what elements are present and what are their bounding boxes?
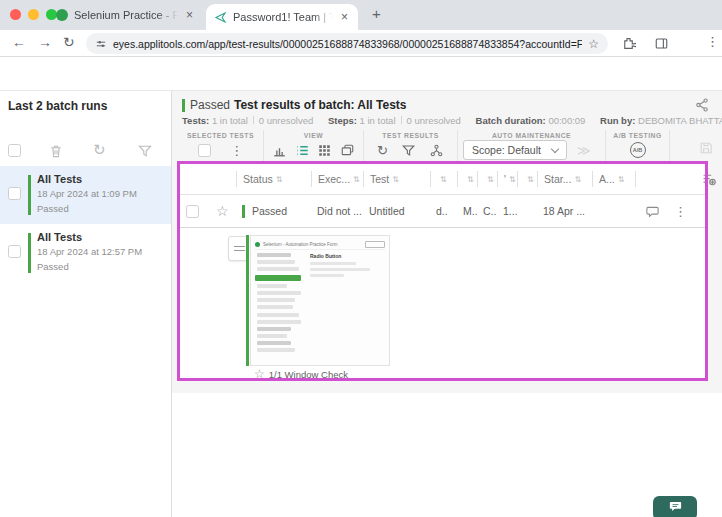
tab-selenium-practice[interactable]: Selenium Practice - Radio Bu ×	[56, 0, 204, 30]
refresh-results-icon[interactable]: ↻	[377, 143, 388, 158]
test-result-row[interactable]: ☆ Passed Did not ... Untitled d.. M.. C.…	[180, 195, 705, 228]
url-bar: ← → ↻ eyes.applitools.com/app/test-resul…	[0, 30, 722, 57]
sort-icon[interactable]: ⇅	[392, 175, 399, 184]
grid-view-icon[interactable]	[317, 143, 332, 158]
thumbnail-page-title: Selenium - Automation Practice Form	[263, 242, 362, 247]
column-header[interactable]: ⇅	[457, 171, 477, 187]
url-text: eyes.applitools.com/app/test-results/000…	[113, 38, 582, 50]
scope-dropdown[interactable]: Scope: Default	[463, 140, 567, 160]
forward-icon[interactable]: →	[38, 34, 52, 50]
comment-bubble-icon[interactable]	[645, 204, 660, 219]
list-view-icon[interactable]	[295, 143, 310, 158]
column-header-started[interactable]: Star...⇅	[537, 171, 592, 187]
batch-pass-bar	[182, 99, 185, 112]
toolbar-group-test-results: TEST RESULTS ↻	[364, 130, 458, 161]
main-content: Passed Test results of batch: All Tests …	[172, 91, 722, 393]
refresh-icon[interactable]: ↻	[93, 142, 106, 158]
chart-view-icon[interactable]	[272, 143, 287, 158]
delete-trash-icon[interactable]	[48, 143, 64, 159]
select-all-tests-checkbox[interactable]	[198, 144, 211, 157]
batch-list-item[interactable]: All Tests 18 Apr 2024 at 12:57 PM Passed	[0, 224, 171, 282]
row-checkbox[interactable]	[186, 205, 199, 218]
batch-checkbox[interactable]	[8, 245, 21, 258]
batch-overall-status: Passed	[190, 98, 230, 112]
column-header[interactable]: '⇅	[497, 171, 517, 187]
toolbar-group-ab-testing: A/B TESTING A/B	[606, 130, 670, 161]
thumbnail-selected-item	[255, 275, 301, 281]
chat-widget-button[interactable]	[653, 496, 697, 517]
stat-label: Run by:	[600, 115, 635, 126]
share-batch-icon[interactable]	[694, 97, 710, 113]
stat-value: DEBOMITA BHATTACHARJEE	[638, 115, 722, 126]
step-thumbnail[interactable]: Selenium - Automation Practice Form	[250, 235, 390, 366]
group-label: A/B TESTING	[606, 130, 669, 139]
stat-value: 1 in total	[212, 115, 248, 126]
selected-tests-menu-icon[interactable]: ⋮	[230, 143, 243, 158]
browser-menu-icon[interactable]: ⋮	[706, 34, 719, 49]
sort-icon[interactable]: ⇅	[527, 175, 534, 184]
side-panel-icon[interactable]	[654, 36, 669, 51]
batch-name: All Tests	[37, 231, 82, 243]
sort-icon[interactable]: ⇅	[467, 175, 474, 184]
column-header[interactable]: ⇅	[517, 171, 537, 187]
row-pass-bar	[242, 205, 245, 218]
column-header-execution[interactable]: Exec...⇅	[311, 171, 363, 187]
batch-name: All Tests	[37, 173, 82, 185]
column-header-status[interactable]: Status⇅	[236, 171, 311, 187]
sort-icon[interactable]: ⇅	[353, 175, 360, 184]
save-icon[interactable]	[698, 140, 714, 156]
batch-title: Test results of batch: All Tests	[234, 98, 406, 112]
row-cell: C..	[483, 205, 496, 217]
row-cell: 1...	[503, 205, 517, 217]
thumbnail-page-body: Radio Button	[255, 250, 385, 356]
sort-icon[interactable]: ⇅	[509, 175, 516, 184]
tab-bar: Selenium Practice - Radio Bu × Password1…	[0, 0, 722, 30]
thumbnail-site-logo	[255, 242, 260, 247]
sort-icon[interactable]: ⇅	[276, 175, 283, 184]
filter-results-icon[interactable]	[401, 143, 416, 158]
favorite-star-icon[interactable]: ☆	[216, 203, 229, 219]
bookmark-star-icon[interactable]: ☆	[588, 37, 599, 51]
sort-icon[interactable]: ⇅	[618, 175, 625, 184]
apply-maintenance-icon[interactable]: ≫	[577, 143, 591, 158]
new-tab-button[interactable]: +	[372, 5, 381, 22]
macos-minimize-button[interactable]	[28, 9, 39, 20]
tab-close-icon[interactable]: ×	[339, 10, 350, 24]
column-header-test[interactable]: Test⇅	[363, 171, 430, 187]
macos-close-button[interactable]	[10, 9, 21, 20]
group-label: TEST RESULTS	[364, 130, 457, 139]
reload-icon[interactable]: ↻	[63, 34, 75, 50]
sort-icon[interactable]: ⇅	[440, 175, 447, 184]
sort-icon[interactable]: ⇅	[487, 175, 494, 184]
filter-funnel-icon[interactable]	[137, 143, 153, 159]
site-settings-icon[interactable]	[95, 38, 107, 50]
step-caption: ☆ 1/1 Window Check	[254, 367, 348, 381]
stat-value: 00:00:09	[548, 115, 585, 126]
thumbnail-header-button	[365, 241, 385, 248]
column-header[interactable]: ⇅	[430, 171, 457, 187]
select-all-batches-checkbox[interactable]	[8, 144, 21, 157]
toolbar-group-view: VIEW	[264, 130, 364, 161]
cards-view-icon[interactable]	[340, 143, 355, 158]
column-settings-icon[interactable]	[701, 171, 718, 188]
tab-test-results[interactable]: Password1! Team | Test Resul ×	[206, 4, 358, 30]
batch-checkbox[interactable]	[8, 187, 21, 200]
extensions-puzzle-icon[interactable]	[621, 36, 636, 51]
results-table: Status⇅ Exec...⇅ Test⇅ ⇅ ⇅ ⇅ '⇅ ⇅ Star..…	[180, 164, 705, 379]
thumbnail-sidebar	[255, 253, 305, 356]
ab-testing-icon[interactable]: A/B	[630, 142, 646, 158]
column-header[interactable]: ⇅	[477, 171, 497, 187]
stat-value: 0 unresolved	[407, 115, 461, 126]
row-menu-icon[interactable]: ⋮	[674, 204, 687, 219]
column-header-a[interactable]: A...⇅	[592, 171, 635, 187]
step-star-icon[interactable]: ☆	[254, 367, 265, 381]
tab-close-icon[interactable]: ×	[184, 8, 195, 22]
sidebar-toolbar: ↻	[0, 140, 172, 164]
group-results-icon[interactable]	[429, 143, 444, 158]
back-icon[interactable]: ←	[12, 34, 26, 50]
batch-list-item[interactable]: All Tests 18 Apr 2024 at 1:09 PM Passed	[0, 166, 171, 224]
omnibox[interactable]: eyes.applitools.com/app/test-results/000…	[86, 33, 608, 54]
step-caption-text: 1/1 Window Check	[269, 369, 348, 380]
group-label: VIEW	[264, 130, 363, 139]
sort-icon[interactable]: ⇅	[574, 175, 581, 184]
